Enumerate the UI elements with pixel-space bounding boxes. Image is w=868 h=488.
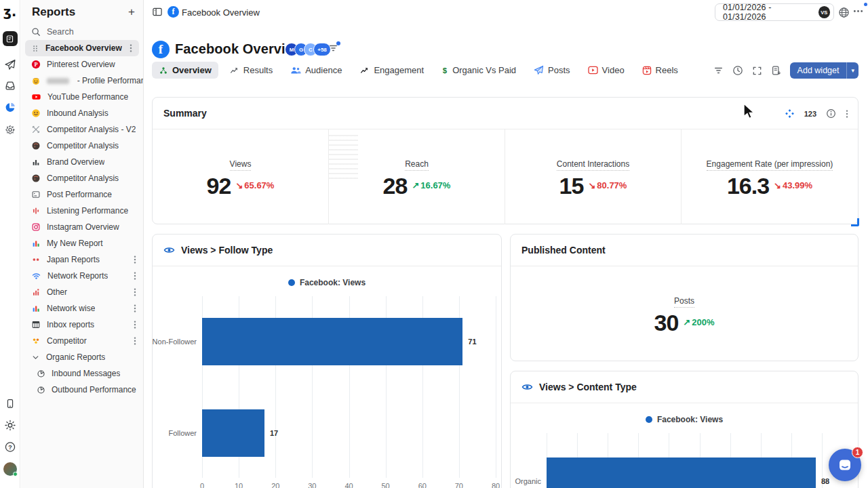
mobile-rail-button[interactable] bbox=[5, 398, 15, 409]
tab-results[interactable]: Results bbox=[222, 62, 279, 79]
info-icon[interactable] bbox=[826, 108, 836, 119]
sidebar-item-other-15[interactable]: Other bbox=[21, 284, 143, 300]
chat-launcher-button[interactable]: 1 bbox=[829, 449, 861, 481]
sidebar-search[interactable]: Search bbox=[21, 24, 143, 40]
summary-title: Summary bbox=[163, 108, 207, 119]
filter-icon[interactable] bbox=[713, 66, 724, 75]
item-menu-icon[interactable] bbox=[130, 43, 132, 53]
move-widget-icon[interactable] bbox=[785, 108, 795, 119]
chart-legend: Facebook: Views bbox=[511, 415, 858, 424]
dollar-icon: $ bbox=[441, 66, 448, 75]
delta-value: 80.77% bbox=[597, 180, 627, 190]
sidebar-item-label: Network Reports bbox=[47, 271, 108, 281]
add-widget-button[interactable]: Add widget ▾ bbox=[790, 62, 859, 79]
sidebar-item-network-reports-14[interactable]: Network Reports bbox=[21, 268, 143, 284]
bar-follower[interactable] bbox=[202, 409, 264, 457]
content-type-chart[interactable]: 88Organic bbox=[547, 433, 852, 488]
inbox-tray-icon bbox=[4, 80, 16, 92]
add-report-button[interactable]: + bbox=[128, 5, 135, 19]
settings-rail-button[interactable] bbox=[4, 124, 16, 136]
mobile-icon bbox=[5, 398, 15, 409]
sidebar-item-inbound-messages-20[interactable]: Inbound Messages bbox=[21, 365, 143, 382]
more-options-icon[interactable] bbox=[853, 9, 863, 13]
item-menu-icon[interactable] bbox=[134, 320, 136, 329]
profile-avatar-group[interactable]: MGC+58 bbox=[285, 43, 331, 56]
sidebar-item-label: Organic Reports bbox=[46, 352, 105, 362]
item-menu-icon[interactable] bbox=[134, 271, 136, 281]
face-smile-icon bbox=[31, 108, 41, 118]
sidebar-item-inbox-reports-17[interactable]: Inbox reports bbox=[21, 317, 143, 333]
export-icon[interactable] bbox=[771, 65, 781, 76]
date-range-value: 01/01/2026 - 01/31/2026 bbox=[723, 3, 813, 22]
sidebar-item-outbound-performance-21[interactable]: Outbound Performance bbox=[21, 382, 143, 398]
sidebar-item-my-new-report-12[interactable]: My New Report bbox=[21, 235, 143, 251]
header-filter-button[interactable] bbox=[328, 43, 338, 56]
sidebar-item-facebook-overview[interactable]: Facebook Overview bbox=[25, 40, 139, 56]
bar-organic[interactable] bbox=[547, 458, 816, 488]
schedule-icon[interactable] bbox=[732, 65, 743, 76]
sidebar-item-competitor-analysis-8[interactable]: Competitor Analysis bbox=[21, 170, 143, 186]
help-rail-button[interactable]: ? bbox=[4, 441, 16, 453]
timezone-globe-icon[interactable] bbox=[838, 7, 850, 18]
tab-reels[interactable]: Reels bbox=[635, 62, 685, 79]
sidebar-toggle-icon[interactable] bbox=[152, 7, 163, 17]
arrow-up-icon: ↗ bbox=[683, 317, 690, 327]
sidebar-item-network-wise-16[interactable]: Network wise bbox=[21, 300, 143, 317]
sidebar-item-brand-overview-7[interactable]: Brand Overview bbox=[21, 154, 143, 170]
legend-label: Facebook: Views bbox=[657, 415, 723, 424]
instagram-icon bbox=[31, 222, 41, 232]
sidebar-item-competitor-18[interactable]: Competitor bbox=[21, 333, 143, 349]
publish-rail-button[interactable] bbox=[4, 59, 16, 70]
follow-type-chart[interactable]: 0102030405060708071Non-Follower17Followe… bbox=[202, 296, 496, 479]
arrow-down-icon: ↘ bbox=[774, 180, 781, 190]
item-menu-icon[interactable] bbox=[134, 336, 136, 346]
sidebar-item-competitor-analysis-6[interactable]: Competitor Analysis bbox=[21, 138, 143, 154]
svg-text:P: P bbox=[34, 62, 37, 68]
chat-bubble-icon bbox=[837, 457, 853, 473]
globe-dark-icon bbox=[31, 141, 41, 150]
compose-rail-button[interactable] bbox=[3, 31, 18, 46]
sidebar-item-label: Post Performance bbox=[47, 190, 112, 199]
tab-label: Engagement bbox=[374, 65, 424, 75]
metric-value: 15 bbox=[559, 174, 584, 197]
sidebar-item-profile-performance-2[interactable]: - Profile Performance bbox=[21, 73, 143, 89]
bar-non-follower[interactable] bbox=[202, 318, 462, 365]
widget-menu-icon[interactable] bbox=[846, 109, 848, 119]
tab-engagement[interactable]: Engagement bbox=[353, 62, 431, 79]
item-menu-icon[interactable] bbox=[134, 304, 136, 313]
delta-value: 200% bbox=[692, 317, 714, 327]
sidebar-item-post-performance-9[interactable]: Post Performance bbox=[21, 186, 143, 203]
reports-rail-button[interactable] bbox=[4, 102, 16, 113]
fullscreen-icon[interactable] bbox=[752, 66, 762, 76]
tab-posts[interactable]: Posts bbox=[527, 62, 577, 79]
pie-outline-icon bbox=[37, 369, 45, 378]
item-menu-icon[interactable] bbox=[134, 255, 136, 264]
tab-audience[interactable]: Audience bbox=[283, 62, 349, 79]
sidebar-item-listening-performance-10[interactable]: Listening Performance bbox=[21, 203, 143, 219]
sidebar-item-japan-reports-13[interactable]: Japan Reports bbox=[21, 251, 143, 268]
sidebar-item-instagram-overview-11[interactable]: Instagram Overview bbox=[21, 219, 143, 235]
pie-outline-icon bbox=[37, 386, 45, 394]
item-menu-icon[interactable] bbox=[134, 287, 136, 297]
user-avatar[interactable] bbox=[3, 462, 17, 476]
tab-video[interactable]: Video bbox=[581, 62, 631, 79]
sidebar-item-pinterest-overview-1[interactable]: PPinterest Overview bbox=[21, 56, 143, 73]
mouse-cursor bbox=[743, 103, 758, 121]
tab-organic-vs-paid[interactable]: $Organic Vs Paid bbox=[435, 62, 523, 79]
date-range-picker[interactable]: 01/01/2026 - 01/31/2026 VS bbox=[715, 3, 834, 21]
sidebar-item-competitor-analysis-v2-5[interactable]: Competitor Analysis - V2 bbox=[21, 121, 143, 138]
add-widget-chevron[interactable]: ▾ bbox=[846, 62, 859, 79]
metric-content-interactions: Content Interactions15↘80.77% bbox=[557, 157, 629, 197]
theme-rail-button[interactable] bbox=[4, 420, 16, 431]
inbox-rail-button[interactable] bbox=[4, 80, 16, 92]
views-eye-icon bbox=[163, 245, 175, 255]
sidebar-item-youtube-performance-3[interactable]: YouTube Performance bbox=[21, 89, 143, 105]
category-label: Follower bbox=[152, 429, 197, 437]
published-content-title: Published Content bbox=[521, 245, 606, 256]
sidebar-item-inbound-analysis-4[interactable]: Inbound Analysis bbox=[21, 105, 143, 121]
widget-resize-handle[interactable] bbox=[851, 218, 859, 226]
metric-posts: Posts30↗200% bbox=[654, 294, 715, 334]
sidebar-item-organic-reports-19[interactable]: Organic Reports bbox=[21, 349, 143, 365]
tab-overview[interactable]: Overview bbox=[152, 62, 218, 79]
delta-value: 65.67% bbox=[244, 180, 274, 190]
